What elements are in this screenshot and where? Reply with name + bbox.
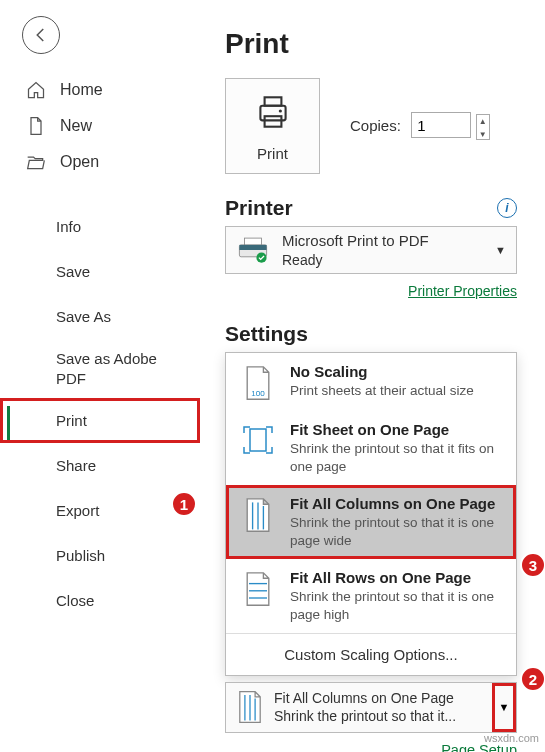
nav-home-label: Home [60,81,103,99]
svg-point-3 [278,109,281,112]
printer-name: Microsoft Print to PDF [282,231,429,251]
nav-open[interactable]: Open [0,144,200,180]
nav-new-label: New [60,117,92,135]
option-fit-rows[interactable]: Fit All Rows on One Page Shrink the prin… [226,559,516,633]
option-sub: Shrink the printout so that it fits on o… [290,440,506,475]
option-sub: Shrink the printout so that it is one pa… [290,588,506,623]
printer-device-icon [236,233,270,267]
spinner-down-icon[interactable]: ▼ [477,128,489,141]
printer-icon [252,91,294,133]
copies-input[interactable] [411,112,471,138]
fit-rows-icon [240,571,276,607]
option-no-scaling[interactable]: 100 No Scaling Print sheets at their act… [226,353,516,411]
scaling-dropdown[interactable]: Fit All Columns on One Page Shrink the p… [225,682,517,732]
option-title: Fit All Columns on One Page [290,495,506,512]
folder-open-icon [26,152,46,172]
current-scaling-sub: Shrink the printout so that it... [274,707,506,725]
current-scaling-title: Fit All Columns on One Page [274,689,506,707]
nav-share[interactable]: Share [0,443,200,488]
print-panel: Print Print Copies: ▲ ▼ Printer i [225,0,517,752]
option-title: Fit All Rows on One Page [290,569,506,586]
nav-save-adobe-pdf[interactable]: Save as Adobe PDF [0,339,200,398]
back-button[interactable] [22,16,60,54]
info-icon[interactable]: i [497,198,517,218]
svg-rect-9 [250,429,266,451]
custom-scaling-link[interactable]: Custom Scaling Options... [226,633,516,675]
fit-sheet-icon [240,423,276,459]
printer-header: Printer i [225,196,517,220]
option-fit-columns[interactable]: Fit All Columns on One Page Shrink the p… [226,485,516,559]
nav-close[interactable]: Close [0,578,200,623]
file-menu-sidebar: Home New Open Info Save Save As Save as … [0,0,200,752]
annotation-badge-3: 3 [520,552,545,578]
printer-status: Ready [282,251,429,269]
copies-spinner[interactable]: ▲ ▼ [476,114,490,140]
nav-publish[interactable]: Publish [0,533,200,578]
nav-info[interactable]: Info [0,204,200,249]
option-title: No Scaling [290,363,474,380]
annotation-badge-2: 2 [520,666,545,692]
fit-columns-icon [240,497,276,533]
printer-selector[interactable]: Microsoft Print to PDF Ready ▼ [225,226,517,274]
option-fit-sheet[interactable]: Fit Sheet on One Page Shrink the printou… [226,411,516,485]
document-icon [26,116,46,136]
home-icon [26,80,46,100]
svg-rect-5 [245,238,262,245]
option-sub: Shrink the printout so that it is one pa… [290,514,506,549]
svg-rect-6 [239,245,266,250]
nav-print[interactable]: Print [0,398,200,443]
option-sub: Print sheets at their actual size [290,382,474,400]
fit-columns-icon [236,690,264,724]
watermark: wsxdn.com [484,732,539,744]
nav-sub-group: Info Save Save As Save as Adobe PDF Prin… [0,204,200,623]
nav-new[interactable]: New [0,108,200,144]
arrow-left-icon [32,26,50,44]
svg-rect-1 [264,97,281,105]
scaling-options-popup: 100 No Scaling Print sheets at their act… [225,352,517,676]
settings-header: Settings [225,322,517,346]
nav-open-label: Open [60,153,99,171]
chevron-down-icon: ▼ [495,244,506,256]
chevron-down-icon: ▼ [499,701,510,713]
scaling-dropdown-button[interactable]: ▼ [494,685,514,729]
nav-save-as[interactable]: Save As [0,294,200,339]
copies-group: Copies: ▲ ▼ [350,112,490,139]
nav-home[interactable]: Home [0,72,200,108]
svg-text:100: 100 [251,389,265,398]
nav-save[interactable]: Save [0,249,200,294]
option-title: Fit Sheet on One Page [290,421,506,438]
page-actual-icon: 100 [240,365,276,401]
page-title: Print [225,28,517,60]
print-button[interactable]: Print [225,78,320,174]
print-button-label: Print [257,145,288,162]
copies-label: Copies: [350,117,401,134]
annotation-badge-1: 1 [171,491,197,517]
nav-export[interactable]: Export [0,488,200,533]
spinner-up-icon[interactable]: ▲ [477,115,489,128]
printer-properties-link[interactable]: Printer Properties [408,283,517,299]
